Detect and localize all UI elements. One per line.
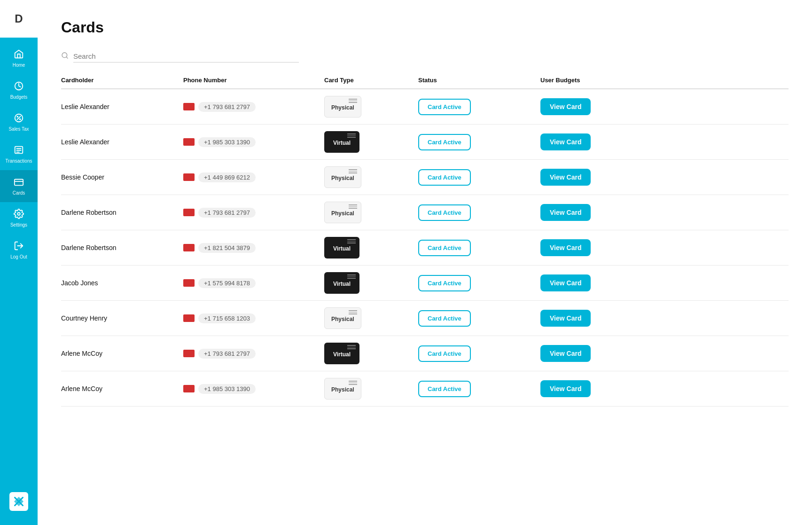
card-type-label: Physical — [331, 316, 354, 322]
table-header: Cardholder Phone Number Card Type Status… — [61, 72, 789, 89]
view-card-button[interactable]: View Card — [540, 239, 591, 256]
view-card-button[interactable]: View Card — [540, 204, 591, 221]
cardholder-cell: Arlene McCoy — [61, 350, 183, 357]
sidebar-item-settings-label: Settings — [10, 222, 27, 227]
card-active-button[interactable]: Card Active — [418, 345, 471, 362]
card-active-button[interactable]: Card Active — [418, 275, 471, 291]
card-type-chip: Virtual — [324, 237, 359, 259]
card-type-chip: Virtual — [324, 131, 359, 153]
status-cell: Card Active — [418, 99, 540, 115]
card-type-chip: Physical — [324, 307, 361, 329]
sidebar-item-cards[interactable]: Cards — [0, 170, 38, 202]
cardholder-cell: Darlene Robertson — [61, 209, 183, 216]
view-card-button[interactable]: View Card — [540, 380, 591, 397]
action-cell: View Card — [540, 239, 634, 256]
table-body: Leslie Alexander +1 793 681 2797 Physica… — [61, 89, 789, 407]
phone-number: +1 985 303 1390 — [198, 137, 256, 147]
card-active-button[interactable]: Card Active — [418, 204, 471, 221]
flag-icon — [183, 103, 195, 110]
transactions-icon — [14, 145, 24, 157]
view-card-button[interactable]: View Card — [540, 345, 591, 362]
phone-cell: +1 985 303 1390 — [183, 137, 324, 147]
phone-cell: +1 575 994 8178 — [183, 278, 324, 288]
card-active-button[interactable]: Card Active — [418, 381, 471, 397]
card-type-cell: Virtual — [324, 343, 418, 364]
phone-number: +1 715 658 1203 — [198, 313, 256, 323]
cardholder-cell: Arlene McCoy — [61, 385, 183, 392]
view-card-button[interactable]: View Card — [540, 133, 591, 150]
search-icon — [61, 52, 69, 61]
search-input[interactable] — [73, 50, 299, 63]
cardholder-cell: Leslie Alexander — [61, 103, 183, 110]
phone-cell: +1 821 504 3879 — [183, 243, 324, 253]
cardholder-cell: Bessie Cooper — [61, 173, 183, 181]
sidebar-item-home-label: Home — [13, 63, 25, 68]
card-type-label: Physical — [331, 386, 354, 393]
card-type-chip: Virtual — [324, 272, 359, 294]
table-row: Darlene Robertson +1 821 504 3879 Virtua… — [61, 230, 789, 266]
table-row: Leslie Alexander +1 793 681 2797 Physica… — [61, 89, 789, 125]
svg-point-11 — [17, 212, 20, 215]
card-active-button[interactable]: Card Active — [418, 134, 471, 150]
cardholder-name: Leslie Alexander — [61, 138, 109, 146]
phone-number: +1 821 504 3879 — [198, 243, 256, 253]
status-cell: Card Active — [418, 310, 540, 327]
card-type-cell: Virtual — [324, 131, 418, 153]
card-chip-line — [347, 243, 356, 243]
card-chip-line — [347, 348, 356, 349]
view-card-button[interactable]: View Card — [540, 274, 591, 291]
sidebar-item-budgets[interactable]: Budgets — [0, 74, 38, 106]
cards-table: Cardholder Phone Number Card Type Status… — [61, 72, 789, 407]
phone-number: +1 449 869 6212 — [198, 172, 256, 182]
card-chip-line — [349, 381, 357, 382]
sidebar-item-home[interactable]: Home — [0, 42, 38, 74]
flag-icon — [183, 314, 195, 322]
sidebar-item-settings[interactable]: Settings — [0, 202, 38, 234]
phone-cell: +1 793 681 2797 — [183, 208, 324, 218]
card-active-button[interactable]: Card Active — [418, 240, 471, 256]
flag-icon — [183, 173, 195, 181]
svg-point-4 — [20, 119, 21, 120]
card-type-chip: Virtual — [324, 343, 359, 364]
card-chip-line — [347, 239, 356, 240]
table-row: Bessie Cooper +1 449 869 6212 Physical C… — [61, 160, 789, 195]
action-cell: View Card — [540, 274, 634, 291]
card-active-button[interactable]: Card Active — [418, 310, 471, 327]
status-cell: Card Active — [418, 134, 540, 150]
status-cell: Card Active — [418, 169, 540, 186]
sidebar-bottom — [0, 492, 38, 525]
cardholder-cell: Darlene Robertson — [61, 244, 183, 251]
card-type-chip: Physical — [324, 166, 361, 188]
card-chip-line — [349, 172, 357, 173]
card-chip-line — [347, 276, 356, 277]
card-type-label: Virtual — [333, 245, 351, 252]
card-chip-line — [349, 102, 357, 103]
main-content: Cards Cardholder Phone Number Card Type … — [38, 0, 812, 525]
brand-badge — [9, 492, 28, 511]
flag-icon — [183, 244, 195, 251]
card-active-button[interactable]: Card Active — [418, 99, 471, 115]
col-card-type: Card Type — [324, 77, 418, 84]
card-type-cell: Physical — [324, 166, 418, 188]
view-card-button[interactable]: View Card — [540, 169, 591, 186]
col-user-budgets: User Budgets — [540, 77, 634, 84]
view-card-button[interactable]: View Card — [540, 98, 591, 115]
cardholder-name: Darlene Robertson — [61, 244, 117, 251]
card-chip-line — [347, 278, 356, 279]
card-chip-lines — [349, 169, 357, 173]
card-type-label: Physical — [331, 210, 354, 217]
sidebar-item-sales-tax[interactable]: Sales Tax — [0, 106, 38, 138]
card-active-button[interactable]: Card Active — [418, 169, 471, 186]
phone-cell: +1 449 869 6212 — [183, 172, 324, 182]
sidebar-item-cards-label: Cards — [13, 190, 25, 196]
sidebar-item-sales-tax-label: Sales Tax — [8, 126, 29, 132]
col-cardholder: Cardholder — [61, 77, 183, 84]
card-chip-lines — [347, 239, 356, 243]
card-chip-line — [349, 384, 357, 385]
card-type-chip: Physical — [324, 96, 361, 118]
view-card-button[interactable]: View Card — [540, 310, 591, 327]
sidebar-item-logout[interactable]: Log Out — [0, 234, 38, 266]
status-cell: Card Active — [418, 240, 540, 256]
sidebar-item-transactions[interactable]: Transactions — [0, 138, 38, 170]
cardholder-name: Leslie Alexander — [61, 103, 109, 110]
